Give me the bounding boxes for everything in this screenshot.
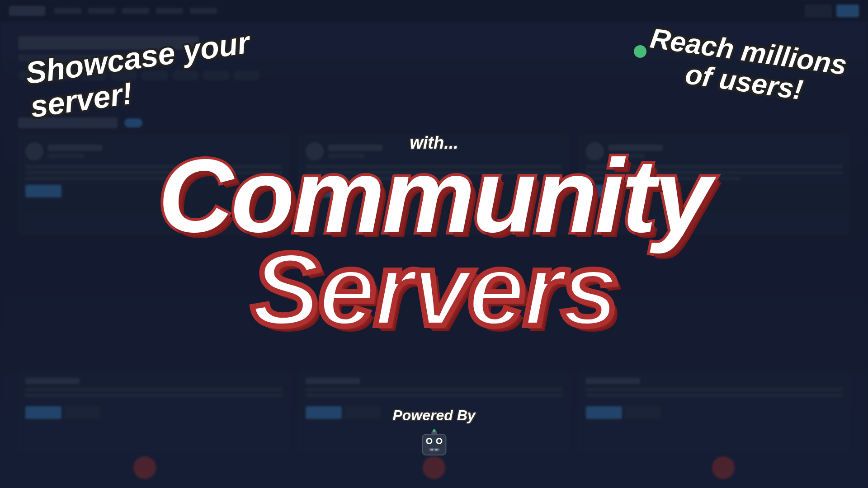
svg-point-3 (427, 439, 431, 443)
powered-by-label: Powered By (392, 407, 475, 424)
svg-rect-0 (422, 434, 446, 455)
main-title: Community Servers (158, 149, 710, 336)
svg-rect-6 (430, 449, 433, 450)
svg-point-9 (433, 429, 435, 432)
community-text: Community (158, 149, 710, 243)
robot-icon (418, 426, 450, 459)
powered-by-section: Powered By (392, 407, 475, 459)
svg-point-4 (437, 439, 441, 443)
green-dot-indicator (634, 45, 646, 58)
svg-rect-5 (429, 448, 439, 451)
servers-text: Servers (158, 243, 710, 336)
svg-rect-7 (435, 449, 438, 450)
